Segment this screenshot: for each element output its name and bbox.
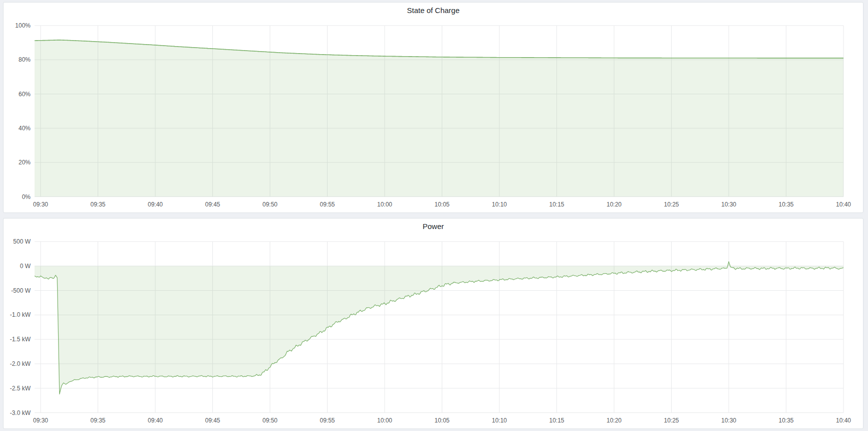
soc-plot-area: 100%80%60%40%20%0%09:3009:3509:4009:4509… [4,3,863,212]
soc-chart[interactable] [4,3,863,212]
power-plot-area: 500 W0 W-500 W-1.0 kW-1.5 kW-2.0 kW-2.5 … [4,219,863,428]
series-area [35,262,843,394]
soc-panel: State of Charge 100%80%60%40%20%0%09:300… [3,2,863,213]
power-panel: Power 500 W0 W-500 W-1.0 kW-1.5 kW-2.0 k… [3,218,863,429]
power-chart[interactable] [4,219,863,428]
series-area [35,40,843,197]
